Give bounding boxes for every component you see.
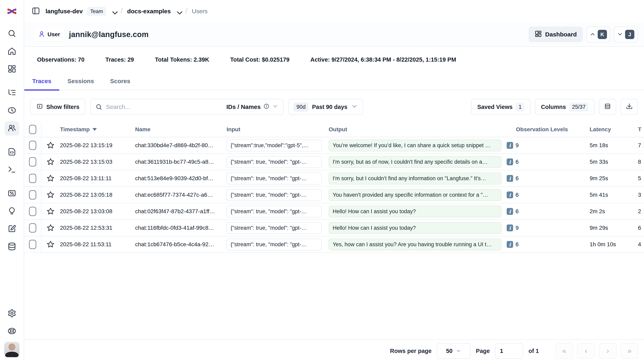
trace-output-preview[interactable]: You’re welcome! If you’d like, I can sha… [329,140,502,152]
sidebar-item-support[interactable] [5,324,19,339]
traces-table: Timestamp Name Input Output Observation … [24,122,644,253]
breadcrumb-org[interactable]: langfuse-dev [46,8,83,15]
star-icon[interactable] [46,141,54,150]
trace-name[interactable]: chat:1cb67476-b5ce-4c4a-92… [135,241,214,248]
trace-input-preview[interactable]: {"stream": true, "model": "gpt-… [226,189,322,201]
first-page-button[interactable]: « [556,343,573,359]
column-header-output[interactable]: Output [326,122,506,137]
sidebar-item-judge[interactable] [5,204,19,219]
row-checkbox[interactable] [29,157,36,166]
row-checkbox[interactable] [29,240,36,249]
star-icon[interactable] [46,240,54,248]
table-row[interactable]: 2025-08-22 13:15:19 chat:330bd4e7-d869-4… [24,137,644,154]
chevron-down-icon[interactable] [110,8,116,14]
previous-user-button[interactable]: K [586,26,610,42]
sidebar-item-search[interactable] [5,26,19,41]
tab-traces[interactable]: Traces [24,78,60,90]
date-range-button[interactable]: 90d Past 90 days [288,99,363,115]
trace-output-preview[interactable]: I'm sorry, but I couldn't find any infor… [329,172,502,184]
table-row[interactable]: 2025-08-22 13:15:03 chat:3611931b-bc77-4… [24,154,644,170]
sidebar-item-tracing[interactable] [5,86,19,100]
star-icon[interactable] [46,191,54,199]
trace-timestamp[interactable]: 2025-08-22 13:15:19 [60,142,112,148]
table-row[interactable]: 2025-08-22 11:53:11 chat:1cb67476-b5ce-4… [24,236,644,253]
export-button[interactable] [621,99,638,115]
trace-output-preview[interactable]: Hello! How can I assist you today? [329,222,502,234]
previous-page-button[interactable]: ‹ [577,343,595,359]
trace-name[interactable]: chat:ec685f77-7374-427c-a6… [135,192,213,198]
panel-left-icon[interactable] [32,6,40,16]
table-row[interactable]: 2025-08-22 13:05:18 chat:ec685f77-7374-4… [24,187,644,203]
next-user-button[interactable]: J [614,26,638,42]
trace-input-preview[interactable]: {"stream":true,"model":"gpt-5",… [226,140,322,152]
column-header-input[interactable]: Input [220,122,326,137]
sidebar-item-playground[interactable] [5,163,19,177]
row-checkbox[interactable] [29,223,36,232]
columns-button[interactable]: Columns 25/37 [535,99,594,115]
next-page-button[interactable]: › [599,343,616,359]
column-header-timestamp[interactable]: Timestamp [60,122,131,137]
table-row[interactable]: 2025-08-22 13:03:08 chat:02f63f47-87b2-4… [24,203,644,220]
page-number-input[interactable] [495,343,523,359]
trace-output-preview[interactable]: Yes, how can I assist you? Are you havin… [329,238,502,250]
star-icon[interactable] [46,207,54,216]
sidebar-item-users[interactable] [5,121,19,136]
row-checkbox[interactable] [29,141,36,150]
trace-output-preview[interactable]: You haven't provided any specific inform… [329,189,502,201]
sidebar-item-settings[interactable] [5,306,19,321]
level-info-icon: i [507,175,513,182]
star-icon[interactable] [46,174,54,182]
trace-timestamp[interactable]: 2025-08-22 12:53:31 [60,225,112,231]
trace-timestamp[interactable]: 2025-08-22 13:15:03 [60,159,112,165]
saved-views-button[interactable]: Saved Views 1 [471,99,530,115]
column-header-latency[interactable]: Latency [584,122,632,137]
tab-scores[interactable]: Scores [102,78,138,90]
trace-name[interactable]: chat:330bd4e7-d869-4b2f-80… [135,142,214,148]
langfuse-logo[interactable] [5,5,19,17]
star-icon[interactable] [46,158,54,166]
trace-input-preview[interactable]: {"stream": true, "model": "gpt-… [226,156,322,168]
column-header-observation-levels[interactable]: Observation Levels [506,122,584,137]
sidebar-item-home[interactable] [5,44,19,59]
chevron-down-icon[interactable] [175,8,181,14]
user-avatar[interactable] [4,342,20,357]
tab-sessions[interactable]: Sessions [60,78,102,90]
sidebar-item-annotation[interactable] [5,222,19,236]
show-filters-button[interactable]: Show filters [30,99,86,115]
trace-name[interactable]: chat:02f63f47-87b2-4377-a1ff… [135,208,215,214]
table-row[interactable]: 2025-08-22 13:11:11 chat:513e84e9-9039-4… [24,170,644,187]
trace-output-preview[interactable]: I'm sorry, but as of now, I couldn't fin… [329,156,502,168]
star-icon[interactable] [46,224,54,232]
select-all-checkbox[interactable] [29,125,36,134]
table-row[interactable]: 2025-08-22 12:53:31 chat:116fbfdc-0fd3-4… [24,220,644,236]
row-checkbox[interactable] [29,174,36,183]
sidebar-item-datasets[interactable] [5,240,19,254]
search-scope-dropdown[interactable]: IDs / Names [226,103,278,111]
sidebar-item-dashboards[interactable] [5,62,19,76]
rows-per-page-select[interactable]: 50 [437,343,470,359]
row-checkbox[interactable] [29,190,36,200]
dashboard-button[interactable]: Dashboard [528,26,583,42]
breadcrumb-project[interactable]: docs-examples [127,8,171,15]
sidebar-item-evaluation[interactable] [5,186,19,201]
sidebar-item-prompts[interactable] [5,145,19,160]
trace-timestamp[interactable]: 2025-08-22 11:53:11 [60,241,112,248]
trace-input-preview[interactable]: {"stream": true, "model": "gpt-… [226,222,322,234]
trace-input-preview[interactable]: {"stream": true, "model": "gpt-… [226,238,322,250]
trace-output-preview[interactable]: Hello! How can I assist you today? [329,206,502,218]
search-input[interactable] [102,104,226,110]
trace-name[interactable]: chat:3611931b-bc77-49c5-a8… [135,159,214,165]
last-page-button[interactable]: » [621,343,638,359]
trace-timestamp[interactable]: 2025-08-22 13:11:11 [60,175,112,182]
trace-name[interactable]: chat:513e84e9-9039-42d0-bf… [135,175,214,182]
trace-input-preview[interactable]: {"stream": true, "model": "gpt-… [226,206,322,218]
trace-name[interactable]: chat:116fbfdc-0fd3-41af-99c8… [135,225,214,231]
column-header-truncated[interactable]: T [632,122,644,137]
column-header-name[interactable]: Name [131,122,220,137]
trace-timestamp[interactable]: 2025-08-22 13:05:18 [60,192,112,198]
trace-timestamp[interactable]: 2025-08-22 13:03:08 [60,208,112,214]
row-checkbox[interactable] [29,207,36,216]
row-height-button[interactable] [599,99,616,115]
trace-input-preview[interactable]: {"stream": true, "model": "gpt-… [226,172,322,184]
sidebar-item-sessions[interactable] [5,104,19,118]
